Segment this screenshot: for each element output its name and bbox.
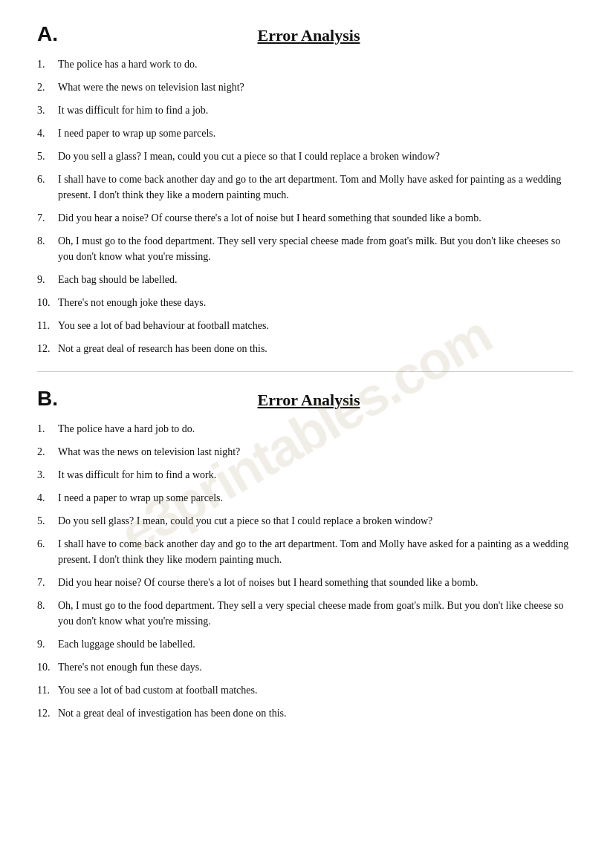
- item-text: I need a paper to wrap up some parcels.: [58, 490, 223, 506]
- item-text: Did you hear noise? Of course there's a …: [58, 575, 478, 590]
- item-number: 12.: [37, 341, 58, 356]
- list-item: 6.I shall have to come back another day …: [37, 536, 573, 567]
- item-number: 12.: [37, 705, 58, 721]
- item-text: Do you sell a glass? I mean, could you c…: [58, 149, 440, 164]
- item-number: 6.: [37, 172, 58, 203]
- item-number: 3.: [37, 467, 58, 483]
- item-text: What was the news on television last nig…: [58, 444, 240, 460]
- item-number: 2.: [37, 79, 58, 95]
- section-1: B.Error Analysis1.The police have a hard…: [37, 387, 573, 721]
- item-text: It was difficult for him to find a job.: [58, 102, 208, 118]
- list-item: 7.Did you hear noise? Of course there's …: [37, 575, 573, 590]
- item-text: Do you sell glass? I mean, could you cut…: [58, 513, 432, 529]
- list-item: 3.It was difficult for him to find a job…: [37, 102, 573, 118]
- section-letter-1: B.: [37, 387, 59, 411]
- item-number: 8.: [37, 233, 58, 264]
- item-number: 3.: [37, 102, 58, 118]
- item-number: 1.: [37, 421, 58, 437]
- list-item: 11.You see a lot of bad custom at footba…: [37, 682, 573, 698]
- list-item: 6.I shall have to come back another day …: [37, 172, 573, 203]
- item-number: 10.: [37, 659, 58, 675]
- section-letter-0: A.: [37, 22, 59, 46]
- item-number: 10.: [37, 295, 58, 310]
- list-item: 2.What was the news on television last n…: [37, 444, 573, 460]
- item-number: 11.: [37, 318, 58, 333]
- item-number: 9.: [37, 636, 58, 652]
- list-item: 12.Not a great deal of investigation has…: [37, 705, 573, 721]
- item-text: Oh, I must go to the food department. Th…: [58, 598, 573, 629]
- item-text: It was difficult for him to find a work.: [58, 467, 216, 483]
- item-list-0: 1.The police has a hard work to do.2.Wha…: [37, 56, 573, 356]
- item-text: Not a great deal of research has been do…: [58, 341, 267, 356]
- list-item: 4.I need paper to wrap up some parcels.: [37, 125, 573, 141]
- list-item: 9.Each bag should be labelled.: [37, 272, 573, 287]
- item-text: Not a great deal of investigation has be…: [58, 705, 287, 721]
- item-number: 11.: [37, 682, 58, 698]
- item-number: 5.: [37, 149, 58, 164]
- list-item: 2.What were the news on television last …: [37, 79, 573, 95]
- item-text: You see a lot of bad custom at football …: [58, 682, 257, 698]
- item-text: Each luggage should be labelled.: [58, 636, 195, 652]
- list-item: 8.Oh, I must go to the food department. …: [37, 233, 573, 264]
- item-number: 7.: [37, 210, 58, 226]
- section-0: A.Error Analysis1.The police has a hard …: [37, 22, 573, 356]
- section-divider: [37, 371, 573, 372]
- item-text: What were the news on television last ni…: [58, 79, 244, 95]
- section-header-0: A.Error Analysis: [37, 22, 573, 46]
- item-number: 8.: [37, 598, 58, 629]
- list-item: 10.There's not enough fun these days.: [37, 659, 573, 675]
- list-item: 4.I need a paper to wrap up some parcels…: [37, 490, 573, 506]
- item-number: 1.: [37, 56, 58, 72]
- item-list-1: 1.The police have a hard job to do.2.Wha…: [37, 421, 573, 721]
- item-number: 5.: [37, 513, 58, 529]
- section-title-0: Error Analysis: [67, 26, 551, 45]
- list-item: 10.There's not enough joke these days.: [37, 295, 573, 310]
- item-text: The police has a hard work to do.: [58, 56, 197, 72]
- list-item: 3.It was difficult for him to find a wor…: [37, 467, 573, 483]
- list-item: 7.Did you hear a noise? Of course there'…: [37, 210, 573, 226]
- item-text: Did you hear a noise? Of course there's …: [58, 210, 481, 226]
- item-text: Each bag should be labelled.: [58, 272, 178, 287]
- section-title-1: Error Analysis: [67, 391, 551, 410]
- section-header-1: B.Error Analysis: [37, 387, 573, 411]
- item-number: 4.: [37, 490, 58, 506]
- item-text: The police have a hard job to do.: [58, 421, 195, 437]
- list-item: 11.You see a lot of bad behaviour at foo…: [37, 318, 573, 333]
- item-text: Oh, I must go to the food department. Th…: [58, 233, 573, 264]
- item-text: I shall have to come back another day an…: [58, 536, 573, 567]
- list-item: 5.Do you sell a glass? I mean, could you…: [37, 149, 573, 164]
- item-number: 6.: [37, 536, 58, 567]
- list-item: 12.Not a great deal of research has been…: [37, 341, 573, 356]
- item-number: 4.: [37, 125, 58, 141]
- item-text: There's not enough fun these days.: [58, 659, 202, 675]
- item-text: You see a lot of bad behaviour at footba…: [58, 318, 269, 333]
- item-text: I need paper to wrap up some parcels.: [58, 125, 215, 141]
- list-item: 1.The police has a hard work to do.: [37, 56, 573, 72]
- list-item: 9.Each luggage should be labelled.: [37, 636, 573, 652]
- item-number: 9.: [37, 272, 58, 287]
- list-item: 5.Do you sell glass? I mean, could you c…: [37, 513, 573, 529]
- list-item: 8.Oh, I must go to the food department. …: [37, 598, 573, 629]
- item-text: There's not enough joke these days.: [58, 295, 206, 310]
- item-text: I shall have to come back another day an…: [58, 172, 573, 203]
- item-number: 2.: [37, 444, 58, 460]
- list-item: 1.The police have a hard job to do.: [37, 421, 573, 437]
- item-number: 7.: [37, 575, 58, 590]
